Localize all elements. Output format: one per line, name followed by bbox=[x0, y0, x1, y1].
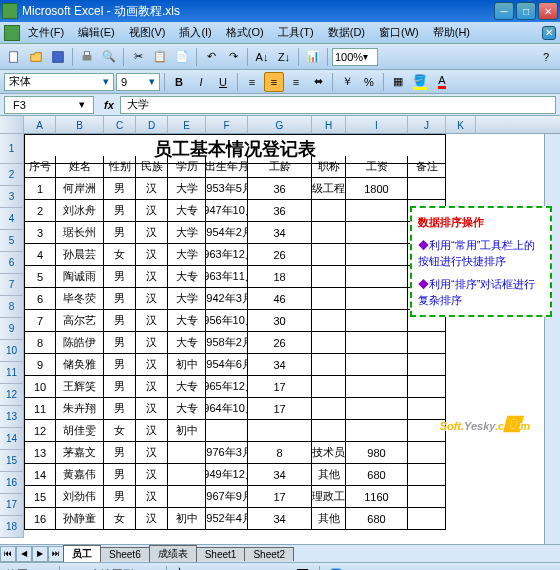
table-cell[interactable] bbox=[346, 266, 408, 288]
table-cell[interactable]: 男 bbox=[104, 288, 136, 310]
row-header[interactable]: 11 bbox=[0, 362, 24, 384]
table-cell[interactable]: 7 bbox=[24, 310, 56, 332]
table-cell[interactable] bbox=[346, 200, 408, 222]
table-cell[interactable]: 汉 bbox=[136, 354, 168, 376]
table-cell[interactable]: 汉 bbox=[136, 222, 168, 244]
table-cell[interactable] bbox=[312, 288, 346, 310]
table-cell[interactable]: 陈皓伊 bbox=[56, 332, 104, 354]
table-cell[interactable]: 1954年2月 bbox=[206, 222, 248, 244]
table-cell[interactable] bbox=[408, 376, 446, 398]
row-header[interactable]: 12 bbox=[0, 384, 24, 406]
table-cell[interactable]: 34 bbox=[248, 222, 312, 244]
table-cell[interactable] bbox=[346, 244, 408, 266]
table-cell[interactable] bbox=[408, 332, 446, 354]
row-header[interactable]: 3 bbox=[0, 186, 24, 208]
chart-button[interactable]: 📊 bbox=[303, 47, 323, 67]
table-cell[interactable] bbox=[346, 420, 408, 442]
arrow-button[interactable]: ↘ bbox=[197, 565, 217, 571]
table-cell[interactable]: 汉 bbox=[136, 266, 168, 288]
merge-button[interactable]: ⬌ bbox=[308, 72, 328, 92]
new-button[interactable] bbox=[4, 47, 24, 67]
table-cell[interactable]: 男 bbox=[104, 266, 136, 288]
tab-prev-button[interactable]: ◀ bbox=[16, 546, 32, 562]
table-cell[interactable]: 1800 bbox=[346, 178, 408, 200]
table-cell[interactable]: 1953年5月 bbox=[206, 178, 248, 200]
sheet-tab-4[interactable]: Sheet1 bbox=[196, 547, 246, 561]
redo-button[interactable]: ↷ bbox=[223, 47, 243, 67]
table-cell[interactable]: 3 bbox=[24, 222, 56, 244]
table-cell[interactable]: 1976年3月 bbox=[206, 442, 248, 464]
line-button[interactable]: ╲ bbox=[173, 565, 193, 571]
table-cell[interactable]: 大学 bbox=[168, 222, 206, 244]
row-header[interactable]: 2 bbox=[0, 164, 24, 186]
col-header[interactable]: B bbox=[56, 116, 104, 134]
table-cell[interactable] bbox=[408, 486, 446, 508]
row-header[interactable]: 9 bbox=[0, 318, 24, 340]
table-cell[interactable]: 1963年12月 bbox=[206, 244, 248, 266]
table-header[interactable]: 工资 bbox=[346, 156, 408, 178]
oval-button[interactable]: ○ bbox=[245, 565, 265, 571]
table-cell[interactable]: 汉 bbox=[136, 178, 168, 200]
table-header[interactable]: 民族 bbox=[136, 156, 168, 178]
table-cell[interactable]: 王辉笑 bbox=[56, 376, 104, 398]
table-cell[interactable]: 汉 bbox=[136, 398, 168, 420]
table-cell[interactable]: 男 bbox=[104, 398, 136, 420]
table-cell[interactable] bbox=[408, 178, 446, 200]
horizontal-scrollbar[interactable] bbox=[298, 546, 560, 562]
col-header[interactable]: A bbox=[24, 116, 56, 134]
menu-data[interactable]: 数据(D) bbox=[322, 23, 371, 42]
italic-button[interactable]: I bbox=[191, 72, 211, 92]
table-cell[interactable]: 大专 bbox=[168, 376, 206, 398]
table-cell[interactable]: 大专 bbox=[168, 398, 206, 420]
wordart-button[interactable]: 🅰 bbox=[293, 565, 313, 571]
row-header[interactable]: 14 bbox=[0, 428, 24, 450]
table-cell[interactable]: 34 bbox=[248, 508, 312, 530]
fill-color-button[interactable]: 🪣 bbox=[410, 72, 430, 92]
table-cell[interactable]: 10 bbox=[24, 376, 56, 398]
table-cell[interactable]: 30 bbox=[248, 310, 312, 332]
cut-button[interactable]: ✂ bbox=[128, 47, 148, 67]
col-header[interactable]: E bbox=[168, 116, 206, 134]
align-right-button[interactable]: ≡ bbox=[286, 72, 306, 92]
table-cell[interactable] bbox=[346, 222, 408, 244]
rect-button[interactable]: ▭ bbox=[221, 565, 241, 571]
table-header[interactable]: 职称 bbox=[312, 156, 346, 178]
bold-button[interactable]: B bbox=[169, 72, 189, 92]
table-cell[interactable]: 大专 bbox=[168, 310, 206, 332]
row-header[interactable]: 6 bbox=[0, 252, 24, 274]
menu-file[interactable]: 文件(F) bbox=[22, 23, 70, 42]
font-color-button[interactable]: A bbox=[432, 72, 452, 92]
table-header[interactable]: 备注 bbox=[408, 156, 446, 178]
table-cell[interactable]: 8 bbox=[248, 442, 312, 464]
align-left-button[interactable]: ≡ bbox=[242, 72, 262, 92]
table-cell[interactable]: 女 bbox=[104, 420, 136, 442]
table-header[interactable]: 性别 bbox=[104, 156, 136, 178]
table-cell[interactable] bbox=[248, 420, 312, 442]
table-cell[interactable]: 1160 bbox=[346, 486, 408, 508]
font-color-button-2[interactable]: A bbox=[374, 565, 394, 571]
help-button[interactable]: ? bbox=[536, 47, 556, 67]
percent-button[interactable]: % bbox=[359, 72, 379, 92]
table-cell[interactable]: 1952年4月 bbox=[206, 508, 248, 530]
table-cell[interactable]: 汉 bbox=[136, 420, 168, 442]
table-cell[interactable]: 5 bbox=[24, 266, 56, 288]
close-button[interactable]: ✕ bbox=[538, 2, 558, 20]
table-cell[interactable]: 男 bbox=[104, 332, 136, 354]
name-box[interactable]: F3▾ bbox=[4, 96, 94, 114]
table-cell[interactable]: 其他 bbox=[312, 464, 346, 486]
sort-asc-button[interactable]: A↓ bbox=[252, 47, 272, 67]
table-cell[interactable] bbox=[312, 244, 346, 266]
table-cell[interactable]: 男 bbox=[104, 442, 136, 464]
currency-button[interactable]: ￥ bbox=[337, 72, 357, 92]
table-cell[interactable]: 17 bbox=[248, 376, 312, 398]
row-header[interactable]: 17 bbox=[0, 494, 24, 516]
sheet-tab-1[interactable]: 员工 bbox=[63, 545, 101, 562]
table-cell[interactable]: 汉 bbox=[136, 376, 168, 398]
table-cell[interactable]: 男 bbox=[104, 310, 136, 332]
table-cell[interactable]: 大学 bbox=[168, 288, 206, 310]
table-cell[interactable] bbox=[312, 222, 346, 244]
table-cell[interactable]: 男 bbox=[104, 200, 136, 222]
table-cell[interactable]: 女 bbox=[104, 508, 136, 530]
table-cell[interactable]: 汉 bbox=[136, 310, 168, 332]
table-cell[interactable]: 孙静童 bbox=[56, 508, 104, 530]
